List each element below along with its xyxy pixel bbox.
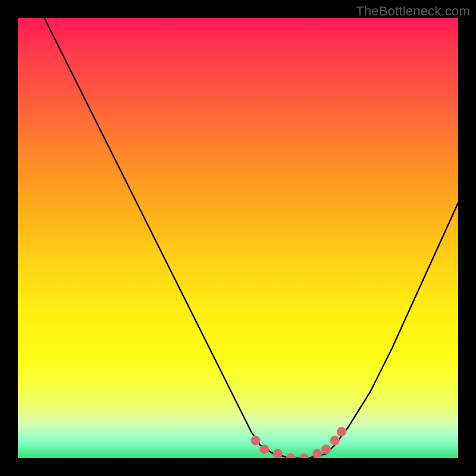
bottleneck-curve <box>44 18 458 458</box>
chart-frame: TheBottleneck.com <box>0 0 476 476</box>
marker-dot <box>251 436 261 445</box>
marker-dot <box>273 449 283 458</box>
marker-dot <box>330 436 340 445</box>
marker-dot <box>321 444 331 454</box>
marker-dot <box>259 444 269 454</box>
marker-dot <box>299 453 309 458</box>
marker-dot <box>286 453 296 458</box>
plot-area <box>18 18 458 458</box>
marker-dot <box>337 427 346 437</box>
chart-svg <box>18 18 458 458</box>
highlight-markers <box>251 427 346 458</box>
watermark-label: TheBottleneck.com <box>356 4 470 19</box>
marker-dot <box>312 449 322 458</box>
curve-line <box>44 18 458 458</box>
